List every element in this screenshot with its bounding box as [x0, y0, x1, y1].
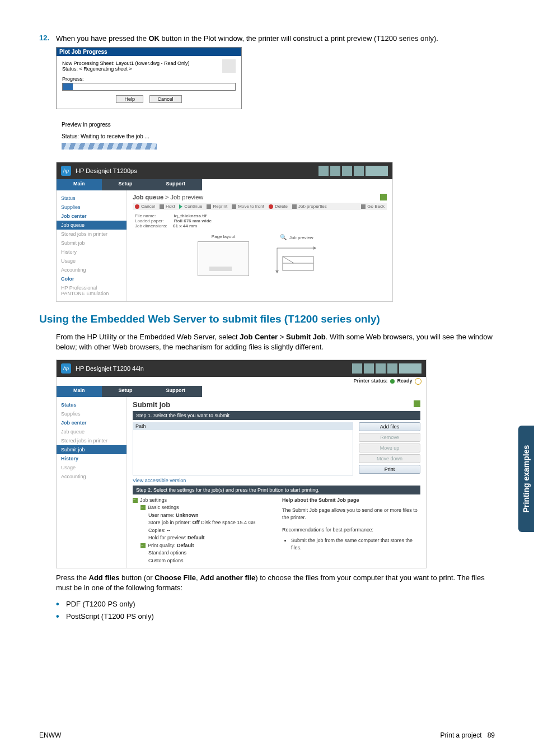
help-text: The Submit Job page allows you to send o… — [282, 507, 420, 521]
breadcrumb: Job queue > Job preview — [133, 194, 387, 200]
sidebar-item-submit[interactable]: Submit job — [57, 445, 127, 454]
js-jobsettings: Job settings — [140, 497, 167, 503]
supply-thumb-icon — [330, 166, 340, 176]
js-basic: Basic settings — [148, 505, 179, 510]
hp-logo-icon: hp — [61, 363, 71, 374]
ews-submit-job-window: hp HP Designjet T1200 44in Printer statu… — [56, 360, 427, 569]
sidebar-item-jobqueue[interactable]: Job queue — [57, 427, 127, 436]
svg-marker-3 — [275, 270, 279, 273]
plot-job-progress-dialog: Plot Job Progress Now Processing Sheet: … — [56, 47, 242, 109]
detail-dim-value: 61 x 44 mm — [173, 223, 197, 228]
print-button[interactable]: Print — [359, 465, 420, 474]
step1-bar: Step 1. Select the files you want to sub… — [133, 411, 420, 420]
movefront-icon — [232, 204, 236, 209]
collapse-icon[interactable] — [140, 543, 146, 548]
tb-hold[interactable]: Hold — [160, 204, 175, 209]
section-side-tab-label: Printing examples — [522, 445, 531, 513]
job-settings-panel: Job settings Basic settings User name: U… — [133, 497, 271, 565]
tb-continue[interactable]: Continue — [179, 204, 202, 209]
cancel-button[interactable]: Cancel — [149, 95, 182, 103]
path-area[interactable] — [133, 430, 353, 475]
sidebar-item-jobcenter[interactable]: Job center — [57, 418, 127, 427]
sidebar-item-accounting[interactable]: Accounting — [57, 265, 127, 274]
tb-movefront[interactable]: Move to front — [232, 204, 264, 209]
sidebar-item-status[interactable]: Status — [57, 194, 127, 203]
help-title: Help about the Submit Job page — [282, 497, 420, 504]
js-username-value: Unknown — [176, 512, 199, 518]
sidebar-item-accounting[interactable]: Accounting — [57, 472, 127, 481]
footer-right-label: Print a project — [441, 731, 482, 739]
help-button[interactable]: Help — [116, 95, 143, 103]
sidebar-item-supplies[interactable]: Supplies — [57, 409, 127, 418]
sidebar-item-stored[interactable]: Stored jobs in printer — [57, 436, 127, 445]
tb-cancel[interactable]: Cancel — [135, 204, 155, 209]
plot-status: Status: < Regenerating sheet > — [62, 66, 190, 72]
pagelayout-caption: Page layout — [198, 234, 249, 239]
sidebar-item-usage[interactable]: Usage — [57, 463, 127, 472]
js-store-value: Off — [193, 520, 200, 525]
detail-dim-label: Job dimensions: — [135, 223, 167, 228]
collapse-icon[interactable] — [140, 505, 146, 510]
sidebar-item-color[interactable]: Color — [57, 274, 127, 283]
step-text: When you have pressed the OK button in t… — [56, 34, 495, 44]
ews-product-name: HP Designjet T1200ps — [76, 167, 137, 174]
detail-fn-label: File name: — [135, 213, 156, 218]
accessible-link[interactable]: View accessible version — [133, 478, 186, 483]
sidebar-item-pantone[interactable]: HP Professional PANTONE Emulation — [57, 283, 127, 298]
tb-goback[interactable]: Go Back — [361, 204, 385, 209]
rec-bullet: Submit the job from the same computer th… — [291, 537, 420, 551]
sidebar-item-submit[interactable]: Submit job — [57, 239, 127, 248]
sidebar-item-supplies[interactable]: Supplies — [57, 203, 127, 212]
sidebar-item-jobqueue[interactable]: Job queue — [57, 221, 127, 230]
sidebar-item-history[interactable]: History — [57, 454, 127, 463]
js-copies-label: Copies: — [148, 528, 166, 533]
jobpreview-svg — [271, 242, 322, 276]
tb-cancel-label: Cancel — [141, 204, 155, 209]
tb-movefront-label: Move to front — [238, 204, 264, 209]
remove-button[interactable]: Remove — [359, 433, 420, 442]
js-store-label: Store job in printer: — [148, 520, 191, 525]
tb-jobprops[interactable]: Job properties — [292, 204, 327, 209]
printer-thumb-icon — [366, 166, 388, 176]
ews-toolbar: Cancel Hold Continue Reprint Move to fro… — [133, 203, 387, 210]
tab-main[interactable]: Main — [57, 179, 102, 190]
collapse-icon[interactable] — [133, 498, 138, 503]
sidebar-item-status[interactable]: Status — [57, 400, 127, 409]
sidebar-item-usage[interactable]: Usage — [57, 256, 127, 265]
supply-thumb-icon — [318, 166, 329, 176]
printer-icon — [222, 59, 236, 73]
sidebar-item-stored[interactable]: Stored jobs in printer — [57, 230, 127, 239]
help-icon[interactable] — [414, 400, 420, 407]
supply-thumb-icon — [352, 363, 362, 374]
para1-b2: Submit Job — [286, 333, 326, 341]
path-listbox[interactable]: Path — [133, 422, 353, 475]
bullet-ps: PostScript (T1200 PS only) — [66, 612, 495, 620]
tb-delete-label: Delete — [275, 204, 288, 209]
step-text-bold: OK — [149, 34, 160, 43]
js-pq-label: Print quality: — [148, 543, 176, 548]
tab-main[interactable]: Main — [57, 386, 102, 397]
tb-reprint[interactable]: Reprint — [207, 204, 227, 209]
tb-delete[interactable]: Delete — [269, 204, 288, 209]
gear-icon[interactable] — [415, 378, 421, 385]
section-heading: Using the Embedded Web Server to submit … — [39, 313, 495, 325]
supply-thumb-icon — [354, 166, 364, 176]
para1-mid: > — [278, 333, 286, 341]
section-para2: Press the Add files button (or Choose Fi… — [56, 573, 495, 593]
moveup-button[interactable]: Move up — [359, 444, 420, 452]
supply-thumb-icon — [376, 363, 386, 374]
tb-goback-label: Go Back — [367, 204, 385, 209]
bullet-pdf: PDF (T1200 PS only) — [66, 600, 495, 608]
bullet-dot-icon: • — [56, 600, 66, 609]
tab-support[interactable]: Support — [149, 179, 203, 190]
tab-support[interactable]: Support — [149, 386, 203, 397]
help-icon[interactable] — [380, 194, 387, 200]
js-disk: Disk free space 15.4 GB — [201, 520, 256, 525]
sidebar-item-history[interactable]: History — [57, 248, 127, 256]
add-files-button[interactable]: Add files — [359, 422, 420, 431]
movedown-button[interactable]: Move down — [359, 454, 420, 463]
sidebar-item-jobcenter[interactable]: Job center — [57, 212, 127, 221]
tab-setup[interactable]: Setup — [102, 386, 149, 397]
zoom-icon[interactable]: 🔍 — [280, 234, 287, 240]
tab-setup[interactable]: Setup — [102, 179, 149, 190]
